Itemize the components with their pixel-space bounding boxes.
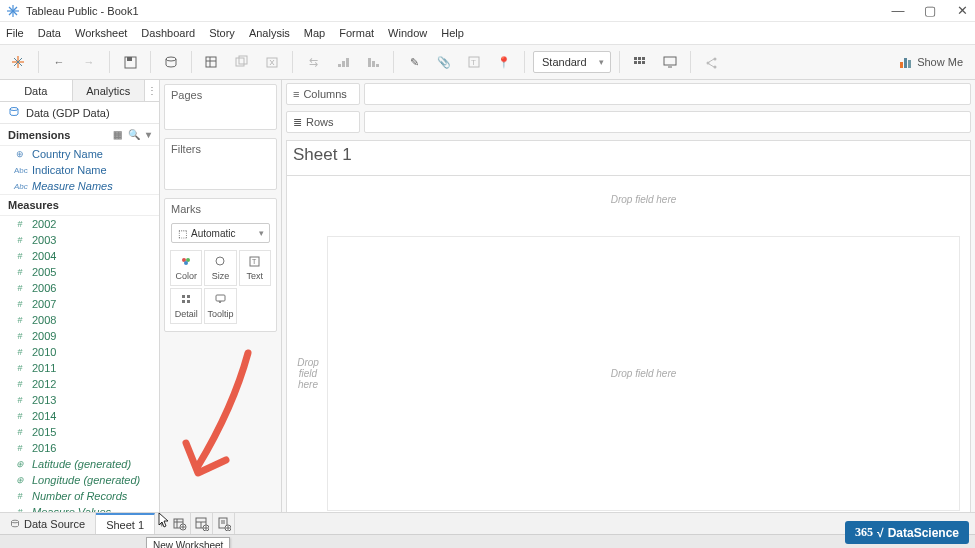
field-label: Country Name bbox=[32, 148, 103, 160]
measure-field[interactable]: #2012 bbox=[0, 376, 159, 392]
sheet-title[interactable]: Sheet 1 bbox=[286, 140, 971, 175]
measure-field[interactable]: #2015 bbox=[0, 424, 159, 440]
sort-asc-button[interactable] bbox=[331, 50, 355, 74]
hash-icon: # bbox=[14, 491, 26, 501]
undo-button[interactable]: ← bbox=[47, 50, 71, 74]
menu-window[interactable]: Window bbox=[388, 27, 427, 39]
svg-rect-42 bbox=[908, 60, 911, 68]
marks-detail-button[interactable]: Detail bbox=[170, 288, 202, 324]
marks-text-button[interactable]: TText bbox=[239, 250, 271, 286]
measure-field[interactable]: #2007 bbox=[0, 296, 159, 312]
dimension-field[interactable]: AbcIndicator Name bbox=[0, 162, 159, 178]
tab-data[interactable]: Data bbox=[0, 80, 73, 101]
columns-text: Columns bbox=[303, 88, 346, 100]
svg-rect-27 bbox=[634, 57, 637, 60]
highlight-button[interactable]: ✎ bbox=[402, 50, 426, 74]
field-label: 2002 bbox=[32, 218, 56, 230]
menu-story[interactable]: Story bbox=[209, 27, 235, 39]
menu-worksheet[interactable]: Worksheet bbox=[75, 27, 127, 39]
menu-help[interactable]: Help bbox=[441, 27, 464, 39]
group-button[interactable]: 📎 bbox=[432, 50, 456, 74]
measure-field[interactable]: #2014 bbox=[0, 408, 159, 424]
marks-color-button[interactable]: Color bbox=[170, 250, 202, 286]
svg-rect-11 bbox=[206, 57, 216, 67]
measure-field[interactable]: #Number of Records bbox=[0, 488, 159, 504]
svg-rect-50 bbox=[182, 295, 185, 298]
duplicate-button[interactable] bbox=[230, 50, 254, 74]
window-close-button[interactable]: ✕ bbox=[955, 3, 969, 18]
dimension-field[interactable]: ⊕Country Name bbox=[0, 146, 159, 162]
rows-shelf[interactable] bbox=[364, 111, 971, 133]
measure-field[interactable]: ⊕Longitude (generated) bbox=[0, 472, 159, 488]
field-label: Number of Records bbox=[32, 490, 127, 502]
filters-shelf[interactable]: Filters bbox=[164, 138, 277, 190]
measure-field[interactable]: #2016 bbox=[0, 440, 159, 456]
svg-rect-9 bbox=[127, 57, 132, 61]
dimension-field[interactable]: AbcMeasure Names bbox=[0, 178, 159, 194]
svg-line-38 bbox=[709, 59, 714, 62]
share-button[interactable] bbox=[699, 50, 723, 74]
field-menu-icon[interactable]: ▾ bbox=[146, 129, 151, 140]
measure-field[interactable]: #2013 bbox=[0, 392, 159, 408]
sort-desc-button[interactable] bbox=[361, 50, 385, 74]
pin-button[interactable]: 📍 bbox=[492, 50, 516, 74]
measure-field[interactable]: #2011 bbox=[0, 360, 159, 376]
measure-field[interactable]: #2010 bbox=[0, 344, 159, 360]
measure-field[interactable]: #2005 bbox=[0, 264, 159, 280]
marks-type-dropdown[interactable]: ⬚ Automatic bbox=[171, 223, 270, 243]
marks-tooltip-button[interactable]: Tooltip bbox=[204, 288, 236, 324]
datasource-tab[interactable]: Data Source bbox=[0, 513, 96, 535]
save-button[interactable] bbox=[118, 50, 142, 74]
swap-button[interactable]: ⇆ bbox=[301, 50, 325, 74]
new-worksheet-button[interactable] bbox=[200, 50, 224, 74]
measure-field[interactable]: #2006 bbox=[0, 280, 159, 296]
measure-field[interactable]: #2009 bbox=[0, 328, 159, 344]
find-field-icon[interactable]: 🔍 bbox=[128, 129, 140, 140]
presentation-button[interactable] bbox=[658, 50, 682, 74]
menu-format[interactable]: Format bbox=[339, 27, 374, 39]
new-datasource-button[interactable] bbox=[159, 50, 183, 74]
measure-field[interactable]: ⊕Latitude (generated) bbox=[0, 456, 159, 472]
pages-shelf[interactable]: Pages bbox=[164, 84, 277, 130]
view-as-icon[interactable]: ▦ bbox=[113, 129, 122, 140]
svg-rect-15 bbox=[239, 56, 247, 64]
menu-map[interactable]: Map bbox=[304, 27, 325, 39]
toolbar: ← → ⇆ ✎ 📎 T 📍 Standard Show Me bbox=[0, 44, 975, 80]
columns-shelf[interactable] bbox=[364, 83, 971, 105]
view-cards-button[interactable] bbox=[628, 50, 652, 74]
measure-field[interactable]: #2004 bbox=[0, 248, 159, 264]
svg-rect-21 bbox=[346, 58, 349, 67]
menu-dashboard[interactable]: Dashboard bbox=[141, 27, 195, 39]
new-dashboard-tab-button[interactable] bbox=[191, 513, 213, 535]
watermark-text: DataScience bbox=[888, 526, 959, 540]
new-story-tab-button[interactable] bbox=[213, 513, 235, 535]
labels-button[interactable]: T bbox=[462, 50, 486, 74]
show-me-button[interactable]: Show Me bbox=[899, 55, 969, 69]
tab-analytics[interactable]: Analytics bbox=[73, 80, 146, 101]
new-worksheet-tab-button[interactable] bbox=[169, 513, 191, 535]
globe-icon: ⊕ bbox=[14, 475, 26, 485]
hash-icon: # bbox=[14, 427, 26, 437]
pane-menu-icon[interactable]: ⋮ bbox=[145, 80, 159, 101]
menu-data[interactable]: Data bbox=[38, 27, 61, 39]
menu-file[interactable]: File bbox=[6, 27, 24, 39]
window-maximize-button[interactable]: ▢ bbox=[923, 3, 937, 18]
measure-field[interactable]: #2002 bbox=[0, 216, 159, 232]
view-canvas[interactable]: Drop field here Drop field here Drop fie… bbox=[286, 175, 971, 522]
datasource-row[interactable]: Data (GDP Data) bbox=[0, 102, 159, 124]
cursor-icon bbox=[158, 512, 172, 530]
tableau-logo-icon[interactable] bbox=[6, 50, 30, 74]
marks-color-label: Color bbox=[175, 271, 197, 281]
redo-button[interactable]: → bbox=[77, 50, 101, 74]
show-me-icon bbox=[899, 55, 913, 69]
window-minimize-button[interactable]: — bbox=[891, 3, 905, 18]
marks-size-button[interactable]: Size bbox=[204, 250, 236, 286]
sheet1-tab[interactable]: Sheet 1 bbox=[96, 513, 155, 535]
fit-dropdown[interactable]: Standard bbox=[533, 51, 611, 73]
measure-field[interactable]: #2003 bbox=[0, 232, 159, 248]
drop-field-hint: Drop field here bbox=[327, 236, 960, 511]
measure-field[interactable]: #2008 bbox=[0, 312, 159, 328]
hash-icon: # bbox=[14, 395, 26, 405]
menu-analysis[interactable]: Analysis bbox=[249, 27, 290, 39]
clear-button[interactable] bbox=[260, 50, 284, 74]
